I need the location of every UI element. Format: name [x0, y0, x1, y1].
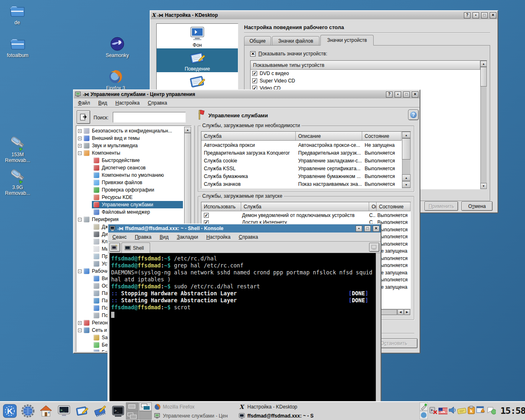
- tree-item-8[interactable]: Проверка орфографии: [94, 186, 154, 194]
- maximize-button[interactable]: □: [364, 226, 371, 232]
- show-device-icons-checkbox[interactable]: ✕: [250, 51, 256, 57]
- module-item-1[interactable]: Поведение: [157, 48, 238, 72]
- close-button[interactable]: ✕: [490, 12, 496, 18]
- home-launcher[interactable]: [38, 403, 54, 419]
- collapse-icon[interactable]: −: [78, 329, 82, 332]
- on-demand-services-table[interactable]: СлужбаОписаниеСостояниеАвтонастройка про…: [201, 131, 411, 189]
- help-button[interactable]: ?: [386, 91, 393, 98]
- scrollbar-thumb[interactable]: [480, 67, 487, 87]
- scroll-down-button[interactable]: ▼: [402, 181, 411, 188]
- pager-desktop-1[interactable]: [126, 402, 139, 411]
- service-row[interactable]: Служба бумажникаУправление бумажником ..…: [201, 172, 402, 180]
- control-center-titlebar[interactable]: -⋈ Управление службами - Центр управлени…: [74, 90, 420, 98]
- task-button-firefox[interactable]: Mozilla Firefox: [153, 402, 236, 411]
- cancel-button[interactable]: Отмена: [461, 201, 493, 211]
- use-checkbox[interactable]: ✓: [204, 213, 209, 218]
- collapse-icon[interactable]: −: [78, 218, 82, 221]
- close-button[interactable]: ✕: [412, 91, 418, 98]
- column-header-2[interactable]: Ог: [369, 202, 377, 211]
- tree-item-5[interactable]: Диспетчер сеансов: [94, 164, 146, 171]
- blue-dot-applet[interactable]: [419, 411, 428, 420]
- expand-icon[interactable]: +: [78, 144, 82, 148]
- scroll-up-button[interactable]: ▲: [402, 132, 411, 138]
- service-row[interactable]: Автонастройка проксиАвтонастройка прокси…: [201, 141, 402, 149]
- new-session-button[interactable]: [110, 243, 120, 252]
- tree-item-2[interactable]: +Звук и мультимедиа: [78, 142, 138, 149]
- scroll-left-button[interactable]: ◀: [397, 309, 404, 315]
- device-notifier-icon[interactable]: [429, 406, 438, 415]
- tree-item-7[interactable]: Привязки файлов: [94, 179, 142, 186]
- minimize-button[interactable]: ▪: [395, 91, 401, 98]
- menu-вид[interactable]: Вид: [155, 233, 173, 241]
- color-picker-applet[interactable]: [419, 402, 428, 411]
- menu-сеанс[interactable]: Сеанс: [108, 233, 131, 241]
- tree-item-27[interactable]: −Сеть и: [78, 326, 107, 334]
- desktop-icon-fotoalbum[interactable]: fotoalbum: [1, 36, 34, 58]
- minimize-button[interactable]: ▪: [356, 226, 362, 232]
- scroll-right-button[interactable]: ▶: [404, 309, 410, 315]
- service-row[interactable]: Служба KSSLУправление сертификата...Выпо…: [201, 164, 402, 172]
- desktop-icon-seamonky[interactable]: Seamonky: [98, 36, 136, 58]
- menu-справка[interactable]: Справка: [235, 233, 262, 241]
- menu-правка[interactable]: Правка: [131, 233, 156, 241]
- kdesktop-titlebar[interactable]: X -⋈ Настройка - KDesktop ? ▪ □ ✕: [151, 11, 498, 19]
- pager-desktop-2[interactable]: [139, 402, 152, 411]
- tree-item-9[interactable]: Ресурсы KDE: [94, 194, 132, 201]
- terminal-scrollbar[interactable]: [376, 253, 381, 419]
- tree-item-6[interactable]: Компоненты по умолчанию: [94, 171, 164, 179]
- device-type-row[interactable]: ✓Super Video CD: [251, 77, 479, 84]
- collapse-icon[interactable]: −: [78, 151, 82, 155]
- device-type-checkbox[interactable]: ✓: [252, 71, 257, 76]
- session-list-button[interactable]: [369, 243, 379, 252]
- task-button-x11[interactable]: XНастройка - KDesktop: [237, 402, 322, 411]
- column-header-2[interactable]: Состояние: [362, 132, 402, 141]
- column-header-0[interactable]: Служба: [201, 132, 296, 141]
- help-button[interactable]: ?: [464, 12, 470, 18]
- apply-button[interactable]: Применить: [425, 201, 458, 211]
- collapse-icon[interactable]: −: [78, 269, 82, 273]
- expand-icon[interactable]: +: [78, 321, 82, 325]
- scroll-down-button[interactable]: ▼: [480, 183, 487, 189]
- tree-item-13[interactable]: Дж: [94, 223, 108, 231]
- terminal-launcher[interactable]: >_: [110, 403, 126, 419]
- minimize-button[interactable]: ▪: [472, 12, 479, 18]
- tree-item-11[interactable]: Файловый менеджер: [94, 208, 150, 216]
- task-button-kcontrol[interactable]: Управление службами - Цен: [153, 411, 236, 420]
- device-type-row[interactable]: ✓DVD с видео: [251, 70, 479, 77]
- menu-справка[interactable]: Справка: [144, 99, 171, 107]
- appearance-config-launcher[interactable]: [92, 403, 108, 419]
- menu-вид[interactable]: Вид: [94, 99, 112, 107]
- service-row[interactable]: Служба значковПоказ настраиваемых зна...…: [201, 180, 402, 188]
- desktop-icon-3-9g[interactable]: 3.9GRemovab...: [2, 168, 34, 196]
- messenger-status-icon[interactable]: [487, 406, 496, 415]
- module-item-0[interactable]: Фон: [157, 25, 238, 48]
- search-input[interactable]: [113, 112, 186, 123]
- tab-shell[interactable]: Shell: [121, 242, 150, 253]
- menu-закладки[interactable]: Закладки: [173, 233, 202, 241]
- tab-значки-файлов[interactable]: Значки файлов: [272, 36, 320, 46]
- column-header-3[interactable]: Состояние: [377, 202, 411, 211]
- tab-общие[interactable]: Общие: [244, 36, 271, 46]
- tree-item-3[interactable]: −Компоненты: [78, 149, 120, 157]
- konsole-launcher[interactable]: >_: [56, 403, 72, 419]
- tree-item-0[interactable]: +Безопасность и конфиденциальн...: [78, 127, 172, 135]
- kmenu-button[interactable]: K: [2, 403, 18, 419]
- clock[interactable]: 15:58: [500, 406, 525, 416]
- tree-item-30[interactable]: Бр: [94, 349, 108, 352]
- keyboard-layout-us[interactable]: us: [438, 406, 447, 415]
- scroll-up-button[interactable]: ▲: [184, 127, 191, 133]
- tree-item-16[interactable]: Мы: [94, 245, 110, 253]
- desktop-icon-de[interactable]: de: [6, 3, 29, 25]
- tree-item-18[interactable]: Уст: [94, 260, 109, 267]
- organizer-alarm-icon[interactable]: [476, 406, 485, 415]
- menu-файл[interactable]: Файл: [74, 99, 94, 107]
- expand-icon[interactable]: +: [78, 137, 82, 140]
- terminal-output[interactable]: ffsdmad@ffsdmad:~$ /etc/rc.d/halffsdmad@…: [110, 253, 376, 419]
- tree-item-4[interactable]: Быстродействие: [94, 157, 140, 164]
- tree-item-19[interactable]: −Рабочи: [78, 267, 109, 275]
- klipper-icon[interactable]: k: [467, 406, 476, 415]
- menu-настройка[interactable]: Настройка: [202, 233, 235, 241]
- tree-item-12[interactable]: −Периферия: [78, 216, 119, 223]
- close-button[interactable]: ✕: [373, 226, 379, 232]
- desktop-icon-firefox-3[interactable]: Firefox 3: [99, 69, 132, 91]
